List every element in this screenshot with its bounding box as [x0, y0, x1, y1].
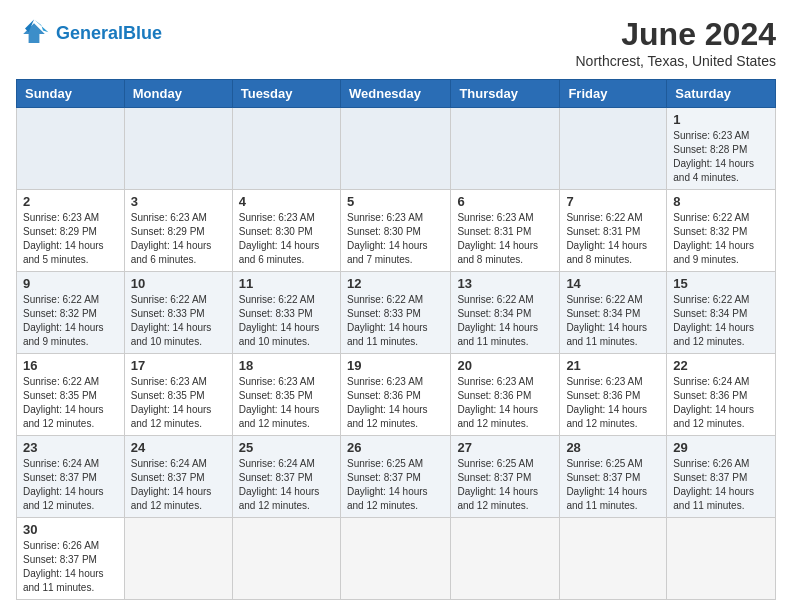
day-info: Sunrise: 6:24 AMSunset: 8:37 PMDaylight:…: [23, 457, 118, 513]
calendar-week-6: 30Sunrise: 6:26 AMSunset: 8:37 PMDayligh…: [17, 518, 776, 600]
calendar-cell: 29Sunrise: 6:26 AMSunset: 8:37 PMDayligh…: [667, 436, 776, 518]
day-number: 14: [566, 276, 660, 291]
month-title: June 2024: [576, 16, 777, 53]
calendar-cell: 4Sunrise: 6:23 AMSunset: 8:30 PMDaylight…: [232, 190, 340, 272]
calendar-cell: 21Sunrise: 6:23 AMSunset: 8:36 PMDayligh…: [560, 354, 667, 436]
calendar-cell: [17, 108, 125, 190]
location: Northcrest, Texas, United States: [576, 53, 777, 69]
calendar-cell: 18Sunrise: 6:23 AMSunset: 8:35 PMDayligh…: [232, 354, 340, 436]
day-info: Sunrise: 6:25 AMSunset: 8:37 PMDaylight:…: [347, 457, 444, 513]
day-number: 12: [347, 276, 444, 291]
day-number: 19: [347, 358, 444, 373]
day-info: Sunrise: 6:22 AMSunset: 8:33 PMDaylight:…: [347, 293, 444, 349]
day-info: Sunrise: 6:22 AMSunset: 8:33 PMDaylight:…: [239, 293, 334, 349]
calendar-cell: 6Sunrise: 6:23 AMSunset: 8:31 PMDaylight…: [451, 190, 560, 272]
day-number: 27: [457, 440, 553, 455]
logo: GeneralBlue: [16, 16, 162, 52]
day-info: Sunrise: 6:23 AMSunset: 8:29 PMDaylight:…: [23, 211, 118, 267]
calendar-cell: 28Sunrise: 6:25 AMSunset: 8:37 PMDayligh…: [560, 436, 667, 518]
day-info: Sunrise: 6:23 AMSunset: 8:29 PMDaylight:…: [131, 211, 226, 267]
day-info: Sunrise: 6:23 AMSunset: 8:31 PMDaylight:…: [457, 211, 553, 267]
day-info: Sunrise: 6:23 AMSunset: 8:36 PMDaylight:…: [347, 375, 444, 431]
logo-text: GeneralBlue: [56, 24, 162, 44]
calendar-week-2: 2Sunrise: 6:23 AMSunset: 8:29 PMDaylight…: [17, 190, 776, 272]
day-info: Sunrise: 6:23 AMSunset: 8:36 PMDaylight:…: [566, 375, 660, 431]
day-info: Sunrise: 6:24 AMSunset: 8:37 PMDaylight:…: [239, 457, 334, 513]
calendar-cell: 3Sunrise: 6:23 AMSunset: 8:29 PMDaylight…: [124, 190, 232, 272]
title-block: June 2024 Northcrest, Texas, United Stat…: [576, 16, 777, 69]
calendar-cell: 14Sunrise: 6:22 AMSunset: 8:34 PMDayligh…: [560, 272, 667, 354]
day-info: Sunrise: 6:23 AMSunset: 8:30 PMDaylight:…: [347, 211, 444, 267]
day-info: Sunrise: 6:22 AMSunset: 8:35 PMDaylight:…: [23, 375, 118, 431]
logo-blue: Blue: [123, 23, 162, 43]
calendar-cell: 13Sunrise: 6:22 AMSunset: 8:34 PMDayligh…: [451, 272, 560, 354]
calendar-cell: 24Sunrise: 6:24 AMSunset: 8:37 PMDayligh…: [124, 436, 232, 518]
day-info: Sunrise: 6:25 AMSunset: 8:37 PMDaylight:…: [566, 457, 660, 513]
day-number: 7: [566, 194, 660, 209]
day-info: Sunrise: 6:24 AMSunset: 8:36 PMDaylight:…: [673, 375, 769, 431]
calendar-week-1: 1Sunrise: 6:23 AMSunset: 8:28 PMDaylight…: [17, 108, 776, 190]
day-number: 15: [673, 276, 769, 291]
day-number: 5: [347, 194, 444, 209]
calendar-cell: [667, 518, 776, 600]
logo-icon: [16, 16, 52, 52]
day-info: Sunrise: 6:23 AMSunset: 8:35 PMDaylight:…: [131, 375, 226, 431]
calendar-cell: [451, 518, 560, 600]
day-info: Sunrise: 6:23 AMSunset: 8:28 PMDaylight:…: [673, 129, 769, 185]
day-info: Sunrise: 6:22 AMSunset: 8:31 PMDaylight:…: [566, 211, 660, 267]
calendar-cell: [340, 518, 450, 600]
day-number: 25: [239, 440, 334, 455]
calendar-cell: 27Sunrise: 6:25 AMSunset: 8:37 PMDayligh…: [451, 436, 560, 518]
day-number: 30: [23, 522, 118, 537]
calendar-cell: [232, 108, 340, 190]
day-number: 28: [566, 440, 660, 455]
day-info: Sunrise: 6:26 AMSunset: 8:37 PMDaylight:…: [673, 457, 769, 513]
day-info: Sunrise: 6:23 AMSunset: 8:30 PMDaylight:…: [239, 211, 334, 267]
day-info: Sunrise: 6:26 AMSunset: 8:37 PMDaylight:…: [23, 539, 118, 595]
day-info: Sunrise: 6:22 AMSunset: 8:34 PMDaylight:…: [673, 293, 769, 349]
day-info: Sunrise: 6:22 AMSunset: 8:32 PMDaylight:…: [673, 211, 769, 267]
calendar-header-thursday: Thursday: [451, 80, 560, 108]
calendar-cell: 23Sunrise: 6:24 AMSunset: 8:37 PMDayligh…: [17, 436, 125, 518]
calendar-cell: [124, 518, 232, 600]
calendar-header-row: SundayMondayTuesdayWednesdayThursdayFrid…: [17, 80, 776, 108]
day-number: 1: [673, 112, 769, 127]
logo-general: General: [56, 23, 123, 43]
day-number: 21: [566, 358, 660, 373]
calendar-cell: 30Sunrise: 6:26 AMSunset: 8:37 PMDayligh…: [17, 518, 125, 600]
day-number: 3: [131, 194, 226, 209]
calendar-cell: 26Sunrise: 6:25 AMSunset: 8:37 PMDayligh…: [340, 436, 450, 518]
calendar-cell: [560, 518, 667, 600]
calendar-cell: 16Sunrise: 6:22 AMSunset: 8:35 PMDayligh…: [17, 354, 125, 436]
calendar-cell: 1Sunrise: 6:23 AMSunset: 8:28 PMDaylight…: [667, 108, 776, 190]
calendar-header-friday: Friday: [560, 80, 667, 108]
day-number: 4: [239, 194, 334, 209]
day-number: 23: [23, 440, 118, 455]
day-info: Sunrise: 6:22 AMSunset: 8:34 PMDaylight:…: [457, 293, 553, 349]
day-number: 8: [673, 194, 769, 209]
calendar-week-4: 16Sunrise: 6:22 AMSunset: 8:35 PMDayligh…: [17, 354, 776, 436]
calendar-header-sunday: Sunday: [17, 80, 125, 108]
calendar-cell: 12Sunrise: 6:22 AMSunset: 8:33 PMDayligh…: [340, 272, 450, 354]
day-number: 11: [239, 276, 334, 291]
day-number: 6: [457, 194, 553, 209]
calendar-cell: [232, 518, 340, 600]
calendar-cell: 20Sunrise: 6:23 AMSunset: 8:36 PMDayligh…: [451, 354, 560, 436]
calendar-week-5: 23Sunrise: 6:24 AMSunset: 8:37 PMDayligh…: [17, 436, 776, 518]
calendar-cell: 5Sunrise: 6:23 AMSunset: 8:30 PMDaylight…: [340, 190, 450, 272]
calendar-cell: 15Sunrise: 6:22 AMSunset: 8:34 PMDayligh…: [667, 272, 776, 354]
calendar-header-wednesday: Wednesday: [340, 80, 450, 108]
day-info: Sunrise: 6:22 AMSunset: 8:32 PMDaylight:…: [23, 293, 118, 349]
day-number: 17: [131, 358, 226, 373]
calendar-cell: 11Sunrise: 6:22 AMSunset: 8:33 PMDayligh…: [232, 272, 340, 354]
day-number: 13: [457, 276, 553, 291]
day-info: Sunrise: 6:24 AMSunset: 8:37 PMDaylight:…: [131, 457, 226, 513]
calendar-cell: 7Sunrise: 6:22 AMSunset: 8:31 PMDaylight…: [560, 190, 667, 272]
calendar-header-tuesday: Tuesday: [232, 80, 340, 108]
calendar-week-3: 9Sunrise: 6:22 AMSunset: 8:32 PMDaylight…: [17, 272, 776, 354]
calendar-cell: 25Sunrise: 6:24 AMSunset: 8:37 PMDayligh…: [232, 436, 340, 518]
day-number: 20: [457, 358, 553, 373]
day-number: 9: [23, 276, 118, 291]
day-number: 10: [131, 276, 226, 291]
calendar-cell: [340, 108, 450, 190]
